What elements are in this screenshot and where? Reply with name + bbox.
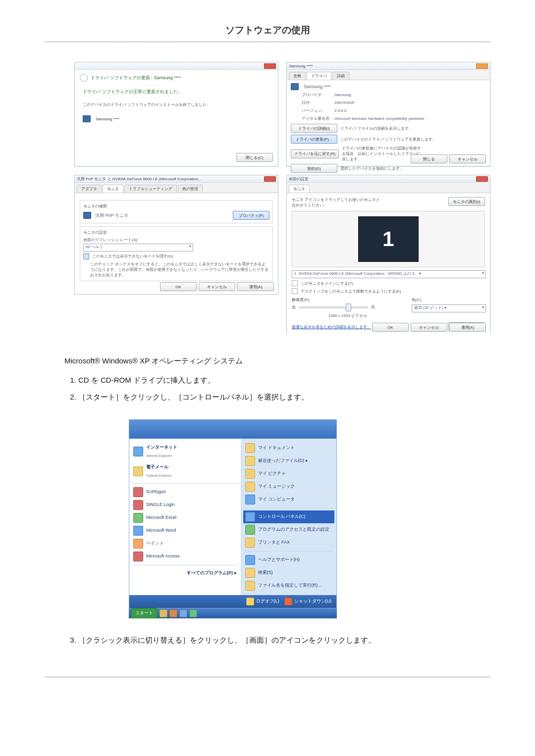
apply-button[interactable]: 適用(A)	[237, 282, 274, 291]
item-run[interactable]: ファイル名を指定して実行(R)...	[243, 579, 334, 592]
os-heading: Microsoft® Windows® XP オペレーティング システム	[64, 354, 490, 368]
driver-details-button[interactable]: ドライバの詳細(I)	[291, 124, 337, 133]
start-left-column: インターネットInternet Explorer 電子メールOutlook Ex…	[129, 439, 241, 595]
item-paint[interactable]: ペイント	[131, 537, 239, 550]
drag-instruction: モニタ アイコンをドラッグしてお使いのモニタと合わせてください。	[292, 197, 381, 208]
hide-modes-label: このモニタでは表示できないモードを隠す(H)	[92, 253, 173, 259]
tab-general[interactable]: 全般	[289, 72, 306, 80]
best-display-link[interactable]: 最適な表示を得るための詳細を表示します。	[292, 324, 371, 330]
refresh-rate-dropdown[interactable]: 60 ヘルツ	[83, 244, 193, 252]
device-name: Samsung ****	[304, 84, 331, 89]
step-1: CD を CD-ROM ドライブに挿入します。	[78, 373, 490, 388]
identify-button[interactable]: モニタの識別(I)	[448, 197, 485, 206]
group-label: モニタの種類	[83, 203, 269, 209]
tab-color[interactable]: 色の管理	[178, 185, 203, 193]
run-icon	[245, 581, 255, 591]
item-mycomputer[interactable]: マイ コンピュータ	[243, 493, 334, 506]
search-icon	[245, 568, 255, 578]
extend-desktop-checkbox[interactable]	[292, 288, 298, 294]
logoff-button[interactable]: ログオフ(L)	[246, 597, 279, 605]
screenshot-driver-update: ドライバ ソフトウェアの更新 - Samsung **** ドライバ ソフトウェ…	[74, 62, 278, 167]
cancel-button[interactable]: キャンセル	[449, 154, 486, 163]
excel-icon	[133, 513, 143, 523]
slider-thumb[interactable]	[346, 303, 351, 311]
item-search[interactable]: 検索(S)	[243, 566, 334, 579]
step-2: ［スタート］をクリックし、［コントロールパネル］を選択します。	[78, 390, 490, 404]
monitor-settings-group: モニタの設定 画面のリフレッシュ レート(S): 60 ヘルツ このモニタでは表…	[80, 226, 273, 281]
item-recent[interactable]: 最近使ったファイル(D) ▸	[243, 454, 334, 467]
tab-monitor[interactable]: モニタ	[289, 185, 310, 193]
item-mymusic[interactable]: マイ ミュージック	[243, 480, 334, 493]
item-printers[interactable]: プリンタと FAX	[243, 536, 334, 549]
display-dropdown[interactable]: 1. NVIDIA GeForce 6600 LE (Microsoft Cor…	[292, 270, 486, 278]
cancel-button[interactable]: キャンセル	[411, 323, 447, 332]
item-access[interactable]: Microsoft Access	[131, 550, 239, 563]
logoff-icon	[246, 598, 254, 605]
step-3: ［クラシック表示に切り替える］をクリックし、［画面］のアイコンをクリックします。	[78, 633, 490, 648]
taskbar-icon[interactable]	[160, 609, 167, 617]
resolution-slider[interactable]	[299, 306, 368, 308]
apply-button[interactable]: 適用(A)	[449, 323, 486, 332]
mail-icon	[133, 466, 143, 476]
page-title: ソフトウェアの使用	[45, 20, 490, 42]
taskbar-icon[interactable]	[169, 609, 177, 617]
item-saplogon[interactable]: SAPlogon	[131, 486, 239, 499]
tab-troubleshoot[interactable]: トラブルシューティング	[124, 185, 177, 193]
monitor-icon	[291, 83, 299, 90]
properties-button[interactable]: プロパティ(P)	[233, 211, 269, 220]
close-button[interactable]: 閉じる(C)	[236, 153, 273, 162]
window-title: 画面の設定	[289, 176, 309, 182]
tab-monitor[interactable]: モニタ	[103, 185, 123, 193]
update-driver-button[interactable]: ドライバの更新(P)...	[291, 135, 337, 144]
hide-modes-checkbox[interactable]	[83, 253, 89, 259]
screenshot-monitor-tab: 汎用 PnP モニタ と NVIDIA GeForce 6600 LE (Mic…	[74, 175, 278, 295]
cancel-button[interactable]: キャンセル	[199, 282, 235, 291]
sap-icon	[133, 487, 143, 497]
main-monitor-checkbox[interactable]	[292, 280, 298, 286]
tab-driver[interactable]: ドライバ	[307, 72, 331, 80]
taskbar-icon[interactable]	[189, 609, 197, 617]
item-internet[interactable]: インターネットInternet Explorer	[131, 442, 239, 461]
disable-button[interactable]: 無効(D)	[291, 164, 337, 173]
screenshot-start-menu: インターネットInternet Explorer 電子メールOutlook Ex…	[129, 419, 337, 618]
signer-label: デジタル署名者:	[302, 116, 331, 122]
item-mypictures[interactable]: マイ ピクチャ	[243, 467, 334, 480]
item-word[interactable]: Microsoft Word	[131, 524, 239, 537]
color-dropdown[interactable]: 最高 (32 ビット) ▾	[412, 304, 486, 312]
tab-details[interactable]: 詳細	[332, 72, 349, 80]
item-single-login[interactable]: SINGLE Login	[131, 499, 239, 511]
folder-icon	[245, 456, 255, 466]
hide-modes-help: このチェック ボックスをオフにすると、このモニタでは正しく表示できないモードを選…	[90, 261, 269, 278]
close-icon[interactable]	[476, 63, 488, 69]
shutdown-button[interactable]: シャットダウン(U)	[284, 597, 332, 605]
item-help[interactable]: ヘルプとサポート(H)	[243, 554, 334, 566]
ok-button[interactable]: OK	[372, 323, 409, 332]
taskbar-icon[interactable]	[179, 609, 187, 617]
close-icon[interactable]	[264, 176, 276, 182]
resolution-label: 解像度(R):	[292, 297, 404, 302]
tab-adapter[interactable]: アダプタ	[77, 185, 102, 193]
display-value: 1. NVIDIA GeForce 6600 LE (Microsoft Cor…	[292, 271, 421, 276]
main-content: Microsoft® Windows® XP オペレーティング システム CD …	[64, 354, 490, 647]
close-icon[interactable]	[264, 63, 276, 69]
access-icon	[133, 552, 143, 561]
window-title	[77, 64, 78, 68]
item-mydocs[interactable]: マイ ドキュメント	[243, 442, 334, 454]
item-program-access[interactable]: プログラムのアクセスと既定の設定	[243, 523, 334, 536]
start-button[interactable]: スタート	[131, 608, 158, 618]
tab-strip: 全般 ドライバ 詳細	[287, 70, 490, 80]
rollback-driver-button[interactable]: ドライバを元に戻す(R)	[291, 150, 339, 158]
close-button[interactable]: 閉じる	[411, 154, 447, 163]
single-icon	[133, 500, 143, 510]
back-arrow-icon	[80, 74, 88, 82]
item-all-programs[interactable]: すべてのプログラム(P) ▸	[131, 567, 239, 579]
item-control-panel[interactable]: コントロール パネル(C)	[243, 510, 334, 523]
ok-button[interactable]: OK	[160, 282, 197, 291]
monitor-preview[interactable]: 1	[358, 216, 419, 262]
monitor-icon	[83, 115, 91, 122]
device-name: 汎用 PnP モニタ	[95, 212, 128, 219]
start-header	[129, 420, 336, 439]
item-mail[interactable]: 電子メールOutlook Express	[131, 461, 239, 481]
close-icon[interactable]	[476, 176, 488, 182]
item-excel[interactable]: Microsoft Excel	[131, 511, 239, 524]
